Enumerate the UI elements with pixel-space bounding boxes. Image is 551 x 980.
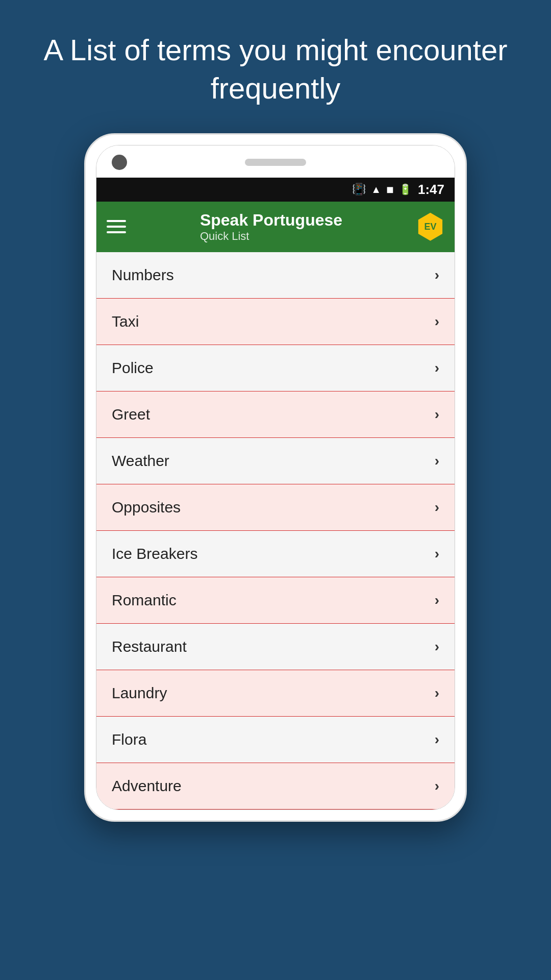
- chevron-right-icon: ›: [435, 778, 439, 794]
- chevron-right-icon: ›: [435, 499, 439, 516]
- list-item[interactable]: Romantic›: [96, 577, 455, 624]
- chevron-right-icon: ›: [435, 639, 439, 655]
- list-item-label: Adventure: [112, 777, 182, 795]
- list-item-label: Laundry: [112, 684, 167, 702]
- vibrate-icon: 📳: [352, 183, 366, 196]
- phone-screen: 📳 ▲ ◼ 🔋 1:47 Speak Portuguese Quick List: [96, 145, 455, 810]
- hamburger-line: [107, 226, 126, 228]
- hamburger-menu-button[interactable]: [107, 220, 126, 233]
- list-item[interactable]: Flora›: [96, 717, 455, 763]
- front-camera: [112, 155, 127, 170]
- chevron-right-icon: ›: [435, 406, 439, 423]
- phone-frame: 📳 ▲ ◼ 🔋 1:47 Speak Portuguese Quick List: [84, 133, 467, 822]
- chevron-right-icon: ›: [435, 546, 439, 562]
- list-item[interactable]: Opposites›: [96, 484, 455, 531]
- toolbar-title-group: Speak Portuguese Quick List: [200, 211, 342, 243]
- phone-bezel-top: [96, 145, 455, 178]
- chevron-right-icon: ›: [435, 313, 439, 330]
- list-item[interactable]: Restaurant›: [96, 624, 455, 670]
- list-item-label: Ice Breakers: [112, 545, 197, 562]
- app-logo: EV: [416, 213, 444, 241]
- list-item-label: Police: [112, 359, 154, 377]
- list-item-label: Romantic: [112, 592, 177, 609]
- chevron-right-icon: ›: [435, 685, 439, 701]
- status-time: 1:47: [418, 182, 444, 198]
- list-item[interactable]: Weather›: [96, 438, 455, 484]
- status-bar: 📳 ▲ ◼ 🔋 1:47: [96, 178, 455, 202]
- app-subtitle: Quick List: [200, 230, 342, 243]
- list-item-label: Numbers: [112, 266, 174, 284]
- hamburger-line: [107, 231, 126, 233]
- battery-icon: 🔋: [399, 183, 412, 195]
- list-item[interactable]: Greet›: [96, 391, 455, 438]
- chevron-right-icon: ›: [435, 360, 439, 376]
- list-item[interactable]: Police›: [96, 345, 455, 391]
- list-item-label: Restaurant: [112, 638, 187, 655]
- chevron-right-icon: ›: [435, 731, 439, 748]
- list-item[interactable]: Laundry›: [96, 670, 455, 717]
- list-item[interactable]: Adventure›: [96, 763, 455, 810]
- chevron-right-icon: ›: [435, 267, 439, 283]
- app-toolbar: Speak Portuguese Quick List EV: [96, 202, 455, 252]
- list-item-label: Opposites: [112, 499, 181, 516]
- status-icons: 📳 ▲ ◼ 🔋: [352, 183, 412, 196]
- chevron-right-icon: ›: [435, 592, 439, 608]
- page-headline: A List of terms you might encounter freq…: [0, 0, 551, 133]
- hamburger-line: [107, 220, 126, 222]
- list-item-label: Taxi: [112, 313, 139, 330]
- list-item[interactable]: Ice Breakers›: [96, 531, 455, 577]
- wifi-icon: ▲: [371, 184, 381, 195]
- list-item[interactable]: Numbers›: [96, 252, 455, 299]
- list-item-label: Weather: [112, 452, 169, 470]
- app-title: Speak Portuguese: [200, 211, 342, 230]
- chevron-right-icon: ›: [435, 453, 439, 469]
- signal-icon: ◼: [386, 184, 394, 195]
- quick-list: Numbers›Taxi›Police›Greet›Weather›Opposi…: [96, 252, 455, 810]
- list-item-label: Greet: [112, 406, 150, 423]
- list-item-label: Flora: [112, 731, 146, 748]
- list-item[interactable]: Taxi›: [96, 299, 455, 345]
- phone-speaker: [245, 159, 306, 166]
